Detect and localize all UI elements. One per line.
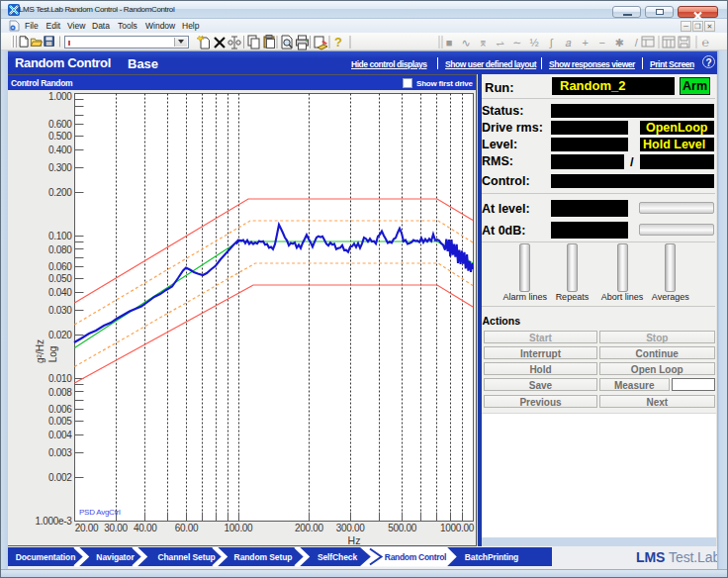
svg-text:Documentation: Documentation: [16, 552, 76, 562]
svg-text:Random Setup: Random Setup: [234, 552, 293, 562]
svg-text:0.300: 0.300: [48, 162, 72, 173]
svg-text:0.080: 0.080: [48, 244, 72, 255]
svg-text:0.005: 0.005: [48, 416, 72, 427]
svg-text:0.006: 0.006: [48, 404, 72, 415]
svg-text:500.00: 500.00: [388, 523, 417, 533]
svg-text:−: −: [599, 37, 605, 48]
svg-text:?: ?: [334, 35, 342, 49]
svg-text:0.060: 0.060: [48, 261, 72, 272]
svg-text:0.040: 0.040: [48, 287, 72, 298]
svg-text:BatchPrinting: BatchPrinting: [465, 552, 518, 562]
svg-text:0.008: 0.008: [48, 387, 72, 398]
svg-text:g²/Hz: g²/Hz: [35, 339, 46, 363]
svg-text:Random Control: Random Control: [385, 552, 446, 562]
svg-text:30.00: 30.00: [104, 523, 128, 533]
svg-text:𝑎: 𝑎: [565, 37, 571, 48]
svg-text:40.00: 40.00: [134, 523, 157, 533]
svg-text:1.000: 1.000: [48, 91, 72, 102]
svg-text:SelfCheck: SelfCheck: [318, 552, 358, 562]
svg-text:■: ■: [446, 37, 453, 48]
svg-text:0.500: 0.500: [48, 131, 72, 142]
svg-text:Hz: Hz: [348, 534, 361, 546]
svg-text:0.030: 0.030: [48, 305, 72, 316]
svg-text:0.400: 0.400: [48, 144, 72, 155]
svg-text:½: ½: [529, 37, 538, 48]
svg-text:0.600: 0.600: [48, 119, 72, 130]
svg-text:0.050: 0.050: [48, 273, 72, 284]
svg-text:∿: ∿: [462, 37, 471, 48]
svg-text:∫: ∫: [549, 37, 554, 49]
svg-text:∼: ∼: [512, 37, 521, 48]
svg-text:20.00: 20.00: [75, 523, 99, 533]
svg-text:✱: ✱: [614, 37, 623, 48]
svg-text:⌆: ⌆: [479, 37, 488, 48]
svg-text:Navigator: Navigator: [96, 552, 135, 562]
svg-text:⥋: ⥋: [496, 37, 504, 48]
svg-text:200.00: 200.00: [295, 523, 324, 533]
svg-text:1000.00: 1000.00: [440, 523, 475, 533]
svg-text:0.003: 0.003: [48, 447, 72, 458]
svg-text:100.00: 100.00: [225, 523, 254, 533]
svg-text:60.00: 60.00: [175, 523, 199, 533]
svg-text:0.100: 0.100: [48, 231, 72, 241]
svg-text:0.004: 0.004: [48, 430, 72, 440]
svg-text:0.020: 0.020: [48, 330, 72, 340]
svg-text:Channel Setup: Channel Setup: [157, 552, 215, 562]
svg-text:Log: Log: [47, 346, 58, 363]
svg-text:0.200: 0.200: [48, 187, 72, 198]
svg-text:PSD AvgCtrl: PSD AvgCtrl: [79, 508, 121, 517]
svg-text:0.002: 0.002: [48, 472, 72, 483]
svg-text:℮: ℮: [701, 36, 708, 49]
svg-text:/: /: [635, 37, 639, 48]
svg-text:0.010: 0.010: [48, 373, 72, 384]
svg-text:300.00: 300.00: [336, 523, 366, 533]
svg-text:+: +: [582, 37, 588, 48]
svg-text:1.000e-3: 1.000e-3: [35, 516, 72, 527]
